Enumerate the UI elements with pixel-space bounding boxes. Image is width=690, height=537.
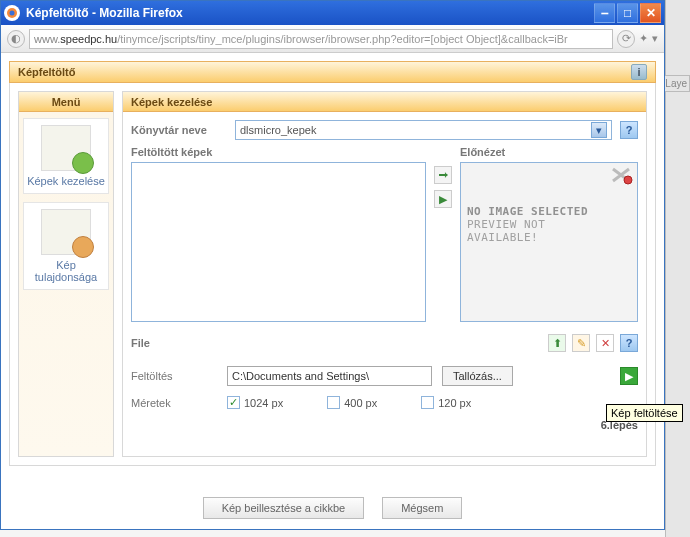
size-1024-checkbox[interactable]: ✓ 1024 px — [227, 396, 283, 409]
preview-placeholder: NO IMAGE SELECTED PREVIEW NOT AVAILABLE! — [467, 205, 631, 244]
sidebar-item-label: Képek kezelése — [27, 175, 105, 187]
minimize-button[interactable]: ‒ — [594, 3, 615, 23]
arrow-right-icon[interactable]: ▶ — [434, 190, 452, 208]
window-title: Képfeltöltő - Mozilla Firefox — [26, 6, 592, 20]
move-right-icon[interactable]: ⮕ — [434, 166, 452, 184]
info-icon[interactable]: i — [631, 64, 647, 80]
reload-icon[interactable]: ⟳ — [617, 30, 635, 48]
checkbox-icon — [421, 396, 434, 409]
image-props-icon — [41, 209, 91, 255]
browser-window: Képfeltöltő - Mozilla Firefox ‒ □ ✕ ◐ ww… — [0, 0, 665, 530]
svg-point-1 — [10, 11, 15, 16]
chevron-down-icon: ▾ — [591, 122, 607, 138]
add-file-icon[interactable]: ⬆ — [548, 334, 566, 352]
titlebar: Képfeltöltő - Mozilla Firefox ‒ □ ✕ — [1, 1, 664, 25]
sidebar-title: Menü — [19, 92, 113, 112]
favicon — [4, 5, 20, 21]
directory-value: dlsmicro_kepek — [240, 124, 316, 136]
sidebar-item-label: Kép tulajdonsága — [35, 259, 97, 283]
preview-label: Előnézet — [460, 146, 638, 158]
url-bar[interactable]: www.speedpc.hu/tinymce/jscripts/tiny_mce… — [29, 29, 613, 49]
browser-toolbar: ◐ www.speedpc.hu/tinymce/jscripts/tiny_m… — [1, 25, 664, 53]
sizes-label: Méretek — [131, 397, 217, 409]
uploaded-label: Feltöltött képek — [131, 146, 426, 158]
size-120-checkbox[interactable]: 120 px — [421, 396, 471, 409]
panel-title-text: Képfeltöltő — [18, 66, 75, 78]
file-path-input[interactable]: C:\Documents and Settings\ — [227, 366, 432, 386]
uploaded-images-list[interactable] — [131, 162, 426, 322]
help-icon[interactable]: ? — [620, 334, 638, 352]
help-icon[interactable]: ? — [620, 121, 638, 139]
edit-icon[interactable]: ✎ — [572, 334, 590, 352]
step-label: 6.lépés — [131, 419, 638, 431]
menu-icon[interactable]: ▾ — [652, 32, 658, 45]
insert-button[interactable]: Kép beillesztése a cikkbe — [203, 497, 365, 519]
bookmark-icon[interactable]: ✦ — [639, 32, 648, 45]
sidebar: Menü Képek kezelése Kép tulajdonsága — [18, 91, 114, 457]
checkbox-icon: ✓ — [227, 396, 240, 409]
preview-box: NO IMAGE SELECTED PREVIEW NOT AVAILABLE! — [460, 162, 638, 322]
directory-select[interactable]: dlsmicro_kepek ▾ — [235, 120, 612, 140]
preview-close-icon[interactable] — [611, 167, 633, 185]
sidebar-item-image-properties[interactable]: Kép tulajdonsága — [23, 202, 109, 290]
panel-header: Képfeltöltő i — [9, 61, 656, 83]
cancel-button[interactable]: Mégsem — [382, 497, 462, 519]
checkbox-icon — [327, 396, 340, 409]
maximize-button[interactable]: □ — [617, 3, 638, 23]
browse-button[interactable]: Tallózás... — [442, 366, 513, 386]
main-panel: Képek kezelése Könyvtár neve dlsmicro_ke… — [122, 91, 647, 457]
delete-icon[interactable]: ✕ — [596, 334, 614, 352]
directory-label: Könyvtár neve — [131, 124, 227, 136]
svg-point-2 — [624, 176, 632, 184]
file-label: File — [131, 337, 150, 349]
identity-icon[interactable]: ◐ — [7, 30, 25, 48]
upload-label: Feltöltés — [131, 370, 217, 382]
size-400-checkbox[interactable]: 400 px — [327, 396, 377, 409]
main-title: Képek kezelése — [123, 92, 646, 112]
sidebar-item-manage-images[interactable]: Képek kezelése — [23, 118, 109, 194]
upload-button[interactable]: ▶ — [620, 367, 638, 385]
tooltip: Kép feltöltése — [606, 404, 683, 422]
image-manage-icon — [41, 125, 91, 171]
close-button[interactable]: ✕ — [640, 3, 661, 23]
